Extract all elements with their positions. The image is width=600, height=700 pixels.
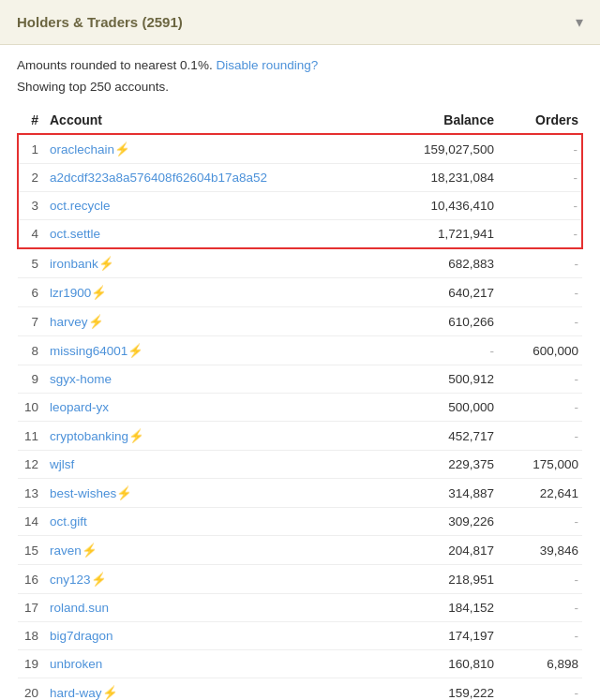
table-row: 15raven⚡204,81739,846: [18, 536, 582, 565]
row-num: 12: [18, 451, 46, 479]
account-link[interactable]: oraclechain⚡: [50, 142, 130, 156]
row-account: oct.recycle: [46, 192, 385, 220]
row-orders: -: [498, 248, 582, 278]
row-num: 15: [18, 536, 46, 565]
row-balance: 640,217: [385, 278, 498, 307]
row-balance: 10,436,410: [385, 192, 498, 220]
account-link[interactable]: leopard-yx: [50, 400, 109, 414]
row-balance: 500,912: [385, 365, 498, 394]
col-header-orders: Orders: [498, 107, 582, 134]
col-header-balance: Balance: [385, 107, 498, 134]
account-link[interactable]: harvey⚡: [50, 315, 104, 329]
account-link[interactable]: wjlsf: [50, 457, 74, 471]
account-link[interactable]: oct.gift: [50, 514, 87, 529]
row-orders: -: [498, 307, 582, 336]
account-link[interactable]: raven⚡: [50, 544, 98, 558]
row-balance: 500,000: [385, 394, 498, 422]
chevron-down-icon[interactable]: ▾: [576, 13, 583, 31]
account-link[interactable]: big7dragon: [50, 629, 113, 643]
row-num: 14: [18, 508, 46, 536]
row-num: 1: [18, 134, 46, 164]
row-balance: 610,266: [385, 307, 498, 336]
table-row: 9sgyx-home500,912-: [18, 365, 582, 394]
account-link[interactable]: roland.sun: [50, 601, 109, 615]
account-link[interactable]: cryptobanking⚡: [50, 429, 144, 443]
row-account: ironbank⚡: [46, 248, 385, 278]
account-link[interactable]: sgyx-home: [50, 372, 112, 386]
row-num: 9: [18, 365, 46, 394]
row-orders: -: [498, 192, 582, 220]
account-link[interactable]: oct.recycle: [50, 199, 111, 213]
main-content: Amounts rounded to nearest 0.1%. Disable…: [0, 45, 600, 700]
row-orders: -: [498, 508, 582, 536]
table-row: 3oct.recycle10,436,410-: [18, 192, 582, 220]
row-num: 11: [18, 422, 46, 451]
row-balance: 682,883: [385, 248, 498, 278]
account-link[interactable]: ironbank⚡: [50, 257, 114, 271]
row-orders: -: [498, 565, 582, 594]
table-row: 4oct.settle1,721,941-: [18, 220, 582, 249]
row-balance: 159,027,500: [385, 134, 498, 164]
row-orders: 22,641: [498, 479, 582, 508]
row-orders: -: [498, 622, 582, 650]
table-row: 19unbroken160,8106,898: [18, 650, 582, 678]
row-num: 5: [18, 248, 46, 278]
row-account: missing64001⚡: [46, 336, 385, 365]
table-row: 20hard-way⚡159,222-: [18, 678, 582, 701]
account-link[interactable]: cny123⚡: [50, 573, 107, 587]
account-link[interactable]: lzr1900⚡: [50, 286, 107, 300]
row-account: harvey⚡: [46, 307, 385, 336]
row-orders: -: [498, 134, 582, 164]
table-row: 1oraclechain⚡159,027,500-: [18, 134, 582, 164]
row-account: leopard-yx: [46, 394, 385, 422]
row-balance: 18,231,084: [385, 164, 498, 192]
row-account: unbroken: [46, 650, 385, 678]
table-row: 7harvey⚡610,266-: [18, 307, 582, 336]
row-balance: 229,375: [385, 451, 498, 479]
row-balance: 184,152: [385, 594, 498, 622]
account-link[interactable]: a2dcdf323a8a576408f62604b17a8a52: [50, 171, 267, 185]
table-row: 12wjlsf229,375175,000: [18, 451, 582, 479]
row-num: 16: [18, 565, 46, 594]
row-account: raven⚡: [46, 536, 385, 565]
table-row: 13best-wishes⚡314,88722,641: [18, 479, 582, 508]
holders-table: # Account Balance Orders 1oraclechain⚡15…: [17, 107, 583, 700]
row-account: big7dragon: [46, 622, 385, 650]
row-orders: 6,898: [498, 650, 582, 678]
row-account: cny123⚡: [46, 565, 385, 594]
row-orders: 175,000: [498, 451, 582, 479]
rounding-note: Amounts rounded to nearest 0.1%. Disable…: [17, 58, 583, 72]
row-orders: -: [498, 394, 582, 422]
row-num: 2: [18, 164, 46, 192]
row-orders: -: [498, 220, 582, 249]
account-link[interactable]: best-wishes⚡: [50, 486, 132, 500]
disable-rounding-link[interactable]: Disable rounding?: [216, 58, 318, 72]
row-num: 3: [18, 192, 46, 220]
account-link[interactable]: missing64001⚡: [50, 344, 143, 358]
account-link[interactable]: oct.settle: [50, 227, 100, 241]
table-row: 16cny123⚡218,951-: [18, 565, 582, 594]
row-account: a2dcdf323a8a576408f62604b17a8a52: [46, 164, 385, 192]
row-balance: 1,721,941: [385, 220, 498, 249]
table-header-row: # Account Balance Orders: [18, 107, 582, 134]
table-row: 5ironbank⚡682,883-: [18, 248, 582, 278]
row-balance: -: [385, 336, 498, 365]
section-header: Holders & Traders (2591) ▾: [0, 0, 600, 45]
table-row: 11cryptobanking⚡452,717-: [18, 422, 582, 451]
row-balance: 314,887: [385, 479, 498, 508]
row-num: 8: [18, 336, 46, 365]
row-orders: 39,846: [498, 536, 582, 565]
row-balance: 174,197: [385, 622, 498, 650]
account-link[interactable]: hard-way⚡: [50, 686, 118, 700]
row-account: sgyx-home: [46, 365, 385, 394]
account-link[interactable]: unbroken: [50, 657, 102, 671]
table-row: 17roland.sun184,152-: [18, 594, 582, 622]
row-account: roland.sun: [46, 594, 385, 622]
row-num: 4: [18, 220, 46, 249]
row-account: lzr1900⚡: [46, 278, 385, 307]
row-num: 13: [18, 479, 46, 508]
row-orders: -: [498, 278, 582, 307]
row-balance: 159,222: [385, 678, 498, 701]
row-balance: 204,817: [385, 536, 498, 565]
row-account: cryptobanking⚡: [46, 422, 385, 451]
